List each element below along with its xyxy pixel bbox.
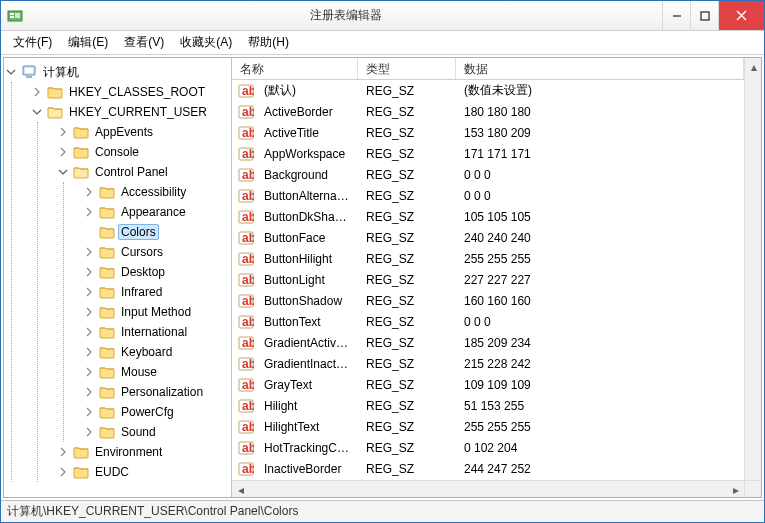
menu-view[interactable]: 查看(V) [116, 32, 172, 53]
list-body[interactable]: ab(默认)REG_SZ(数值未设置)abActiveBorderREG_SZ1… [232, 80, 744, 480]
expand-icon[interactable] [82, 325, 96, 339]
tree-label[interactable]: HKEY_CLASSES_ROOT [66, 84, 208, 100]
expand-icon[interactable] [82, 425, 96, 439]
expand-icon[interactable] [56, 445, 70, 459]
value-row[interactable]: abButtonFaceREG_SZ240 240 240 [232, 227, 744, 248]
expand-icon[interactable] [82, 185, 96, 199]
expand-icon[interactable] [82, 245, 96, 259]
value-row[interactable]: ab(默认)REG_SZ(数值未设置) [232, 80, 744, 101]
tree-node[interactable]: Personalization [82, 382, 231, 402]
value-row[interactable]: abButtonAlternat...REG_SZ0 0 0 [232, 185, 744, 206]
tree-node[interactable]: Keyboard [82, 342, 231, 362]
collapse-icon[interactable] [56, 165, 70, 179]
tree-label[interactable]: Infrared [118, 284, 165, 300]
tree-label[interactable]: Keyboard [118, 344, 175, 360]
scroll-right-icon[interactable]: ▸ [727, 481, 744, 497]
tree-label[interactable]: Input Method [118, 304, 194, 320]
tree-node[interactable]: PowerCfg [82, 402, 231, 422]
expand-icon[interactable] [82, 305, 96, 319]
expand-icon[interactable] [82, 265, 96, 279]
close-button[interactable] [718, 1, 764, 30]
value-row[interactable]: abButtonTextREG_SZ0 0 0 [232, 311, 744, 332]
value-row[interactable]: abButtonDkShad...REG_SZ105 105 105 [232, 206, 744, 227]
tree-node[interactable]: Cursors [82, 242, 231, 262]
col-type[interactable]: 类型 [358, 58, 456, 79]
expand-icon[interactable] [82, 365, 96, 379]
tree-label[interactable]: International [118, 324, 190, 340]
vertical-scrollbar[interactable]: ▴ [744, 58, 761, 480]
tree-pane[interactable]: 计算机HKEY_CLASSES_ROOTHKEY_CURRENT_USERApp… [4, 58, 232, 497]
scroll-left-icon[interactable]: ◂ [232, 481, 249, 497]
tree-node[interactable]: 计算机 [4, 62, 231, 82]
col-name[interactable]: 名称 [232, 58, 358, 79]
value-row[interactable]: abBackgroundREG_SZ0 0 0 [232, 164, 744, 185]
tree-label[interactable]: Console [92, 144, 142, 160]
tree-node[interactable]: HKEY_CLASSES_ROOT [30, 82, 231, 102]
value-row[interactable]: abAppWorkspaceREG_SZ171 171 171 [232, 143, 744, 164]
tree-node[interactable]: Input Method [82, 302, 231, 322]
value-row[interactable]: abGradientActive...REG_SZ185 209 234 [232, 332, 744, 353]
tree-node[interactable]: International [82, 322, 231, 342]
menu-file[interactable]: 文件(F) [5, 32, 60, 53]
tree-label[interactable]: HKEY_CURRENT_USER [66, 104, 210, 120]
expand-icon[interactable] [82, 405, 96, 419]
value-row[interactable]: abActiveBorderREG_SZ180 180 180 [232, 101, 744, 122]
value-row[interactable]: abHilightREG_SZ51 153 255 [232, 395, 744, 416]
tree-node[interactable]: Desktop [82, 262, 231, 282]
expand-icon[interactable] [82, 345, 96, 359]
minimize-button[interactable] [662, 1, 690, 30]
tree-node[interactable]: Console [56, 142, 231, 162]
tree-label[interactable]: EUDC [92, 464, 132, 480]
value-row[interactable]: abHotTrackingCo...REG_SZ0 102 204 [232, 437, 744, 458]
value-row[interactable]: abActiveTitleREG_SZ153 180 209 [232, 122, 744, 143]
col-data[interactable]: 数据 [456, 58, 744, 79]
horizontal-scrollbar[interactable]: ◂ ▸ [232, 480, 761, 497]
expand-icon[interactable] [56, 465, 70, 479]
value-row[interactable]: abButtonLightREG_SZ227 227 227 [232, 269, 744, 290]
tree-label[interactable]: AppEvents [92, 124, 156, 140]
menu-favorites[interactable]: 收藏夹(A) [172, 32, 240, 53]
tree-label[interactable]: Environment [92, 444, 165, 460]
maximize-button[interactable] [690, 1, 718, 30]
list-header[interactable]: 名称 类型 数据 [232, 58, 744, 80]
value-row[interactable]: abHilightTextREG_SZ255 255 255 [232, 416, 744, 437]
tree-node[interactable]: Sound [82, 422, 231, 442]
tree-label[interactable]: Sound [118, 424, 159, 440]
tree-node[interactable]: EUDC [56, 462, 231, 482]
value-row[interactable]: abButtonShadowREG_SZ160 160 160 [232, 290, 744, 311]
titlebar[interactable]: 注册表编辑器 [1, 1, 764, 31]
scroll-up-icon[interactable]: ▴ [745, 58, 761, 75]
value-row[interactable]: abButtonHilightREG_SZ255 255 255 [232, 248, 744, 269]
value-row[interactable]: abGradientInactiv...REG_SZ215 228 242 [232, 353, 744, 374]
tree-label[interactable]: PowerCfg [118, 404, 177, 420]
tree-label[interactable]: Colors [118, 224, 159, 240]
tree-label[interactable]: Personalization [118, 384, 206, 400]
expand-icon[interactable] [56, 145, 70, 159]
tree-node[interactable]: Infrared [82, 282, 231, 302]
tree-node[interactable]: Control Panel [56, 162, 231, 182]
collapse-icon[interactable] [4, 65, 18, 79]
tree-label[interactable]: 计算机 [40, 63, 82, 82]
tree-label[interactable]: Control Panel [92, 164, 171, 180]
menu-edit[interactable]: 编辑(E) [60, 32, 116, 53]
tree-label[interactable]: Desktop [118, 264, 168, 280]
value-row[interactable]: abInactiveBorderREG_SZ244 247 252 [232, 458, 744, 479]
expand-icon[interactable] [82, 285, 96, 299]
tree-label[interactable]: Appearance [118, 204, 189, 220]
expand-icon[interactable] [82, 205, 96, 219]
collapse-icon[interactable] [30, 105, 44, 119]
tree-node[interactable]: Colors [82, 222, 231, 242]
expand-icon[interactable] [56, 125, 70, 139]
tree-label[interactable]: Mouse [118, 364, 160, 380]
tree-node[interactable]: Environment [56, 442, 231, 462]
expand-icon[interactable] [82, 385, 96, 399]
value-row[interactable]: abGrayTextREG_SZ109 109 109 [232, 374, 744, 395]
tree-node[interactable]: AppEvents [56, 122, 231, 142]
tree-label[interactable]: Cursors [118, 244, 166, 260]
tree-node[interactable]: Appearance [82, 202, 231, 222]
menu-help[interactable]: 帮助(H) [240, 32, 297, 53]
tree-node[interactable]: HKEY_CURRENT_USER [30, 102, 231, 122]
tree-label[interactable]: Accessibility [118, 184, 189, 200]
expand-icon[interactable] [30, 85, 44, 99]
tree-node[interactable]: Accessibility [82, 182, 231, 202]
